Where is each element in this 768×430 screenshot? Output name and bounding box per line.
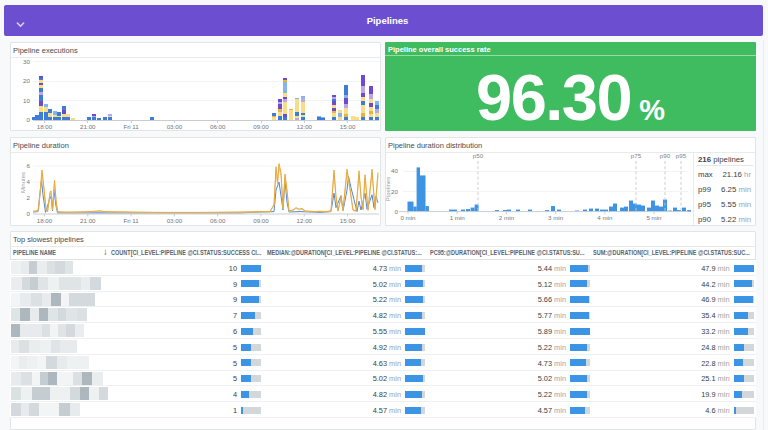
svg-text:21:00: 21:00 — [80, 123, 96, 130]
svg-text:40: 40 — [391, 167, 398, 174]
svg-text:20: 20 — [391, 188, 398, 195]
svg-text:3 min: 3 min — [548, 214, 564, 221]
svg-text:06:00: 06:00 — [210, 123, 226, 130]
svg-text:1 min: 1 min — [450, 214, 466, 221]
svg-text:4 min: 4 min — [597, 214, 613, 221]
svg-text:Pipelines: Pipelines — [385, 177, 391, 201]
svg-text:18:00: 18:00 — [37, 123, 53, 130]
svg-text:p95: p95 — [676, 152, 687, 159]
svg-text:p90: p90 — [660, 152, 671, 159]
svg-text:p75: p75 — [631, 152, 642, 159]
svg-text:Fri 11: Fri 11 — [123, 123, 139, 130]
svg-text:21:00: 21:00 — [80, 217, 96, 224]
svg-text:6: 6 — [27, 162, 31, 169]
svg-text:Minutes: Minutes — [20, 172, 26, 193]
svg-text:0 min: 0 min — [400, 214, 416, 221]
svg-text:5 min: 5 min — [646, 214, 662, 221]
svg-text:2: 2 — [27, 194, 31, 201]
svg-text:09:00: 09:00 — [253, 123, 269, 130]
svg-text:0: 0 — [27, 210, 31, 217]
svg-text:0: 0 — [395, 208, 399, 215]
svg-text:p50: p50 — [473, 152, 484, 159]
svg-text:0: 0 — [27, 116, 31, 123]
svg-text:03:00: 03:00 — [167, 217, 183, 224]
svg-text:12:00: 12:00 — [297, 217, 313, 224]
svg-text:15:00: 15:00 — [340, 217, 356, 224]
svg-text:4: 4 — [27, 178, 31, 185]
svg-text:20: 20 — [23, 77, 30, 84]
svg-text:18:00: 18:00 — [37, 217, 53, 224]
svg-text:30: 30 — [23, 58, 30, 65]
svg-text:10: 10 — [23, 97, 30, 104]
svg-text:Fri 11: Fri 11 — [123, 217, 139, 224]
svg-text:2 min: 2 min — [499, 214, 515, 221]
svg-text:03:00: 03:00 — [167, 123, 183, 130]
svg-text:12:00: 12:00 — [297, 123, 313, 130]
svg-text:09:00: 09:00 — [253, 217, 269, 224]
svg-text:06:00: 06:00 — [210, 217, 226, 224]
svg-text:15:00: 15:00 — [340, 123, 356, 130]
